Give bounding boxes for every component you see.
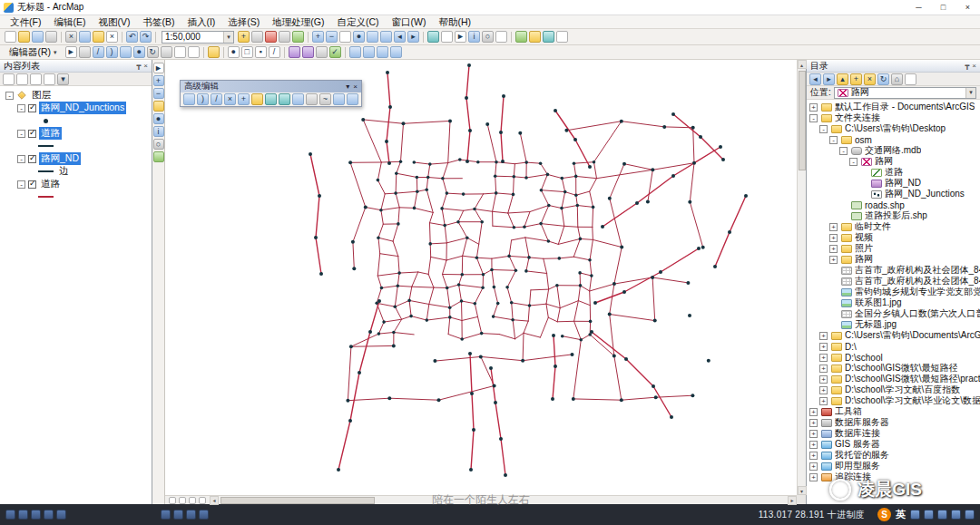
scroll-left-icon[interactable]: ◂ <box>210 496 219 505</box>
back-icon[interactable]: ◂ <box>809 73 821 85</box>
full-extent-icon[interactable]: ● <box>153 113 164 124</box>
mini-view-icon-1[interactable] <box>161 510 171 520</box>
planarize-lines-icon[interactable] <box>292 93 304 105</box>
shared-features-icon[interactable] <box>316 46 328 58</box>
tree-expander-icon[interactable]: - <box>17 104 25 112</box>
menu-item[interactable]: 编辑(E) <box>47 15 92 29</box>
emoji-picker-icon[interactable] <box>951 510 961 520</box>
python-window-icon[interactable] <box>279 31 290 43</box>
attributes-icon[interactable] <box>174 46 186 58</box>
menu-item[interactable]: 文件(F) <box>4 15 47 29</box>
catalog-item[interactable]: +数据库连接 <box>807 428 980 439</box>
mini-view-icon-3[interactable] <box>186 510 196 520</box>
toc-layer-row[interactable]: -道路 <box>0 127 152 140</box>
fixed-zoom-out-icon[interactable] <box>380 31 392 43</box>
menu-item[interactable]: 自定义(C) <box>331 15 386 29</box>
tree-expander-icon[interactable]: - <box>829 136 838 144</box>
smooth-tool-icon[interactable]: ~ <box>319 93 331 105</box>
advanced-editing-toolbar[interactable]: 高级编辑 ▾ × )/×+~ <box>180 80 362 107</box>
catalog-item[interactable]: 道路投影后.shp <box>807 210 980 221</box>
scroll-right-icon[interactable]: ▸ <box>788 496 797 505</box>
identify-icon[interactable]: i <box>153 126 164 137</box>
mini-tool-icon-4[interactable] <box>44 510 54 520</box>
road-network-map[interactable] <box>165 60 797 495</box>
map-area[interactable]: 高级编辑 ▾ × )/×+~ 陪在一个陌生人左右 ▴ ▾ ◂ ▸ <box>165 60 806 504</box>
toc-layer-row[interactable]: -道路 <box>0 178 152 190</box>
extend-tool-icon[interactable]: / <box>211 93 222 105</box>
back-extent-icon[interactable]: ◂ <box>394 31 406 43</box>
close-button[interactable]: × <box>956 0 980 15</box>
save-icon[interactable] <box>32 31 44 43</box>
catalog-item[interactable]: 路网_ND <box>807 178 980 189</box>
catalog-item[interactable]: 吉首市_政府机构及社会团体_84 - 副本 <box>807 276 980 287</box>
catalog-item[interactable]: 全国分乡镇人口数(第六次人口普查).xls <box>807 308 980 319</box>
up-one-level-icon[interactable]: ▴ <box>837 73 848 85</box>
straight-segment-icon[interactable]: / <box>93 46 104 58</box>
layer-visibility-checkbox[interactable] <box>28 180 36 189</box>
catalog-item[interactable]: roads.shp <box>807 199 980 210</box>
edit-tool-icon[interactable]: ► <box>65 46 77 58</box>
tree-expander-icon[interactable]: + <box>809 473 818 481</box>
line-symbol[interactable] <box>38 170 54 172</box>
find-icon[interactable]: ○ <box>482 31 494 43</box>
vertical-scrollbar-thumb[interactable] <box>799 71 806 170</box>
catalog-item[interactable]: -osm <box>807 134 980 145</box>
keyboard-icon[interactable] <box>924 510 934 520</box>
ime-toolbox-icon[interactable] <box>965 510 975 520</box>
catalog-item[interactable]: +视频 <box>807 232 980 243</box>
toc-group-row[interactable]: -图层 <box>0 89 152 102</box>
toolbar-options-icon[interactable]: ▾ <box>346 83 349 91</box>
validate-topology-icon[interactable]: ✓ <box>329 46 341 58</box>
catalog-item[interactable]: 路网_ND_Junctions <box>807 189 980 199</box>
map-scale-combobox[interactable]: 1:50,000▾ <box>162 31 234 44</box>
catalog-item[interactable]: 雷钧钧城乡规划专业学党支部党员大... <box>807 287 980 297</box>
copy-features-tool-icon[interactable] <box>183 93 195 105</box>
ime-language-indicator[interactable]: 英 <box>896 508 906 521</box>
catalog-item[interactable]: +我托管的服务 <box>807 450 980 461</box>
fixed-zoom-in-icon[interactable] <box>367 31 378 43</box>
rotate-tool-icon[interactable]: ↻ <box>147 46 159 58</box>
tree-expander-icon[interactable]: + <box>809 408 818 416</box>
catalog-item[interactable]: +临时文件 <box>807 221 980 232</box>
cut-icon[interactable]: × <box>65 31 77 43</box>
tree-expander-icon[interactable]: + <box>829 256 838 264</box>
catalog-item[interactable]: +D:\ <box>807 341 980 352</box>
list-by-selection-icon[interactable] <box>44 73 55 85</box>
menu-item[interactable]: 选择(S) <box>221 15 266 29</box>
menu-item[interactable]: 地理处理(G) <box>266 15 330 29</box>
catalog-item[interactable]: +D:\school\GIS微软\最短路径 <box>807 363 980 374</box>
full-extent-icon[interactable]: ● <box>353 31 365 43</box>
new-document-icon[interactable] <box>5 31 16 43</box>
menu-item[interactable]: 窗口(W) <box>386 15 433 29</box>
catalog-item[interactable]: +默认工作目录 - Documents\ArcGIS <box>807 102 980 112</box>
catalog-item[interactable]: +路网 <box>807 254 980 265</box>
split-tool-icon[interactable] <box>161 46 172 58</box>
refresh-view-icon[interactable] <box>189 497 196 504</box>
catalog-item[interactable]: +D:\school\学习文献\百度指数 <box>807 384 980 395</box>
pin-icon[interactable]: ┳ <box>965 62 970 70</box>
forward-extent-icon[interactable]: ▸ <box>407 31 419 43</box>
tree-expander-icon[interactable]: - <box>5 92 14 100</box>
layout-view-icon[interactable] <box>179 497 186 504</box>
catalog-item[interactable]: +D:\school <box>807 352 980 363</box>
catalog-item[interactable]: +即用型服务 <box>807 461 980 472</box>
replace-geometry-tool-icon[interactable] <box>347 93 358 105</box>
minimize-button[interactable]: ─ <box>906 0 931 15</box>
tree-expander-icon[interactable]: + <box>809 103 818 112</box>
viewer-window-icon[interactable] <box>556 31 568 43</box>
catalog-item[interactable]: 道路 <box>807 167 980 178</box>
pan-icon[interactable] <box>153 101 164 112</box>
copy-icon[interactable] <box>79 31 91 43</box>
menu-item[interactable]: 插入(I) <box>181 15 221 29</box>
zoom-out-icon[interactable]: − <box>326 31 338 43</box>
catalog-item[interactable]: -交通网络.mdb <box>807 145 980 156</box>
catalog-item[interactable]: +C:\Users\雷钧钧\Documents\ArcGIS\ <box>807 330 980 341</box>
toc-options-icon[interactable]: ▾ <box>57 73 69 85</box>
delete-icon[interactable]: × <box>106 31 118 43</box>
close-icon[interactable]: × <box>143 62 148 70</box>
tree-expander-icon[interactable]: - <box>17 180 25 189</box>
menu-item[interactable]: 视图(V) <box>92 15 136 29</box>
dropdown-arrow-icon[interactable]: ▾ <box>223 32 233 43</box>
snap-to-vertex-icon[interactable]: ▪ <box>255 46 267 58</box>
sketch-properties-icon[interactable] <box>188 46 200 58</box>
